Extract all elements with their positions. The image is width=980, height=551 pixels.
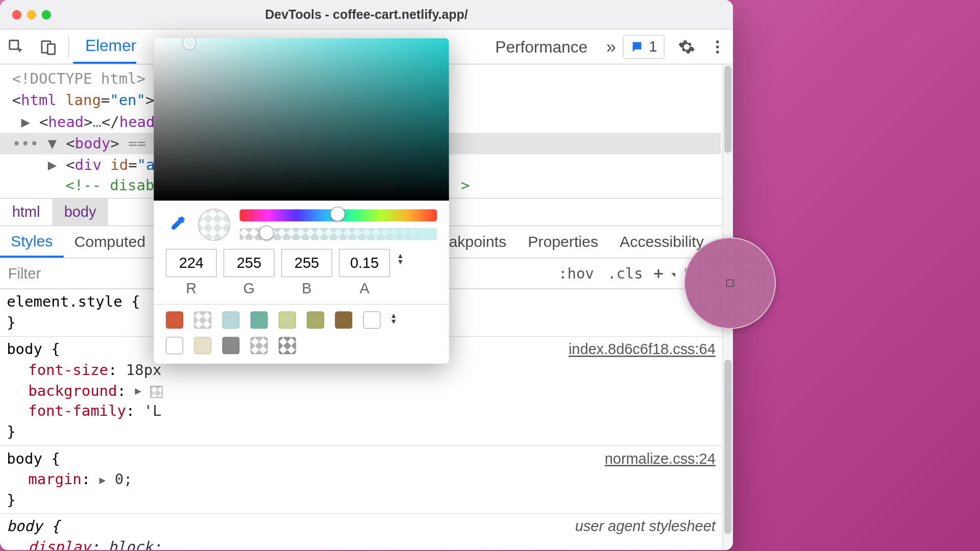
issues-badge[interactable]: 1	[623, 35, 665, 59]
swatch-palette: ▲▼	[154, 311, 449, 364]
source-link[interactable]: index.8d6c6f18.css:64	[569, 339, 716, 360]
device-toolbar-icon[interactable]	[32, 38, 64, 55]
devtools-window: DevTools - coffee-cart.netlify.app/ Elem…	[0, 0, 733, 550]
rgba-inputs: R G B A ▲▼	[154, 249, 449, 304]
scroll-thumb[interactable]	[724, 66, 731, 153]
color-picker-popover: R G B A ▲▼ ▲▼	[154, 38, 449, 364]
sv-cursor[interactable]	[183, 38, 195, 49]
swatch[interactable]	[335, 311, 352, 329]
source-label: user agent stylesheet	[575, 517, 716, 537]
tab-styles[interactable]: Styles	[0, 227, 63, 258]
swatch[interactable]	[363, 311, 380, 329]
svg-point-4	[716, 45, 719, 48]
alpha-thumb[interactable]	[259, 226, 274, 240]
panel-tabs: Elements	[73, 30, 136, 64]
svg-point-5	[716, 51, 719, 54]
swatch[interactable]	[279, 311, 296, 329]
color-swatch-icon[interactable]	[150, 386, 162, 398]
rule-normalize-css[interactable]: normalize.css:24 body { margin: ▶ 0; }	[0, 446, 722, 514]
svg-rect-0	[10, 40, 18, 49]
gutter-dots: •••	[12, 135, 39, 152]
swatch[interactable]	[194, 311, 211, 329]
more-menu-icon[interactable]	[702, 38, 732, 55]
magnifier-crosshair	[726, 280, 733, 287]
color-format-toggle[interactable]: ▲▼	[397, 249, 404, 265]
g-input[interactable]	[224, 249, 275, 277]
titlebar: DevTools - coffee-cart.netlify.app/	[0, 0, 733, 30]
a-input[interactable]	[339, 249, 390, 277]
swatch[interactable]	[166, 311, 183, 329]
swatch[interactable]	[250, 311, 267, 329]
current-color-swatch	[198, 209, 230, 241]
tab-performance[interactable]: Performance	[483, 37, 600, 56]
rule-user-agent[interactable]: user agent stylesheet body { display: bl…	[0, 514, 722, 550]
inspect-element-icon[interactable]	[0, 38, 32, 55]
source-link[interactable]: normalize.css:24	[605, 449, 716, 469]
swatch[interactable]	[307, 311, 324, 329]
alpha-slider[interactable]	[239, 228, 437, 240]
window-title: DevTools - coffee-cart.netlify.app/	[0, 7, 733, 22]
cls-toggle[interactable]: .cls	[601, 265, 650, 282]
hue-slider[interactable]	[239, 209, 437, 221]
tab-overflow-icon[interactable]: »	[600, 36, 623, 57]
issues-count: 1	[649, 38, 657, 55]
settings-icon[interactable]	[671, 38, 702, 55]
swatch[interactable]	[250, 337, 267, 354]
r-input[interactable]	[166, 249, 217, 277]
swatch[interactable]	[279, 337, 296, 354]
tab-elements[interactable]: Elements	[73, 30, 136, 64]
tab-breakpoints-partial[interactable]: akpoints	[438, 227, 517, 258]
eyedropper-icon[interactable]	[166, 213, 189, 236]
hov-toggle[interactable]: :hov	[552, 265, 601, 282]
b-input[interactable]	[281, 249, 332, 277]
hue-thumb[interactable]	[330, 207, 345, 221]
tab-properties[interactable]: Properties	[517, 227, 609, 258]
swatch[interactable]	[166, 337, 183, 354]
new-rule-button[interactable]	[650, 266, 677, 281]
saturation-value-field[interactable]	[154, 38, 449, 201]
crumb-html[interactable]: html	[0, 199, 52, 226]
svg-rect-2	[47, 44, 55, 54]
scroll-thumb[interactable]	[724, 360, 731, 534]
divider	[68, 36, 69, 57]
svg-point-3	[716, 40, 719, 43]
swatch[interactable]	[194, 337, 211, 354]
palette-toggle[interactable]: ▲▼	[390, 311, 397, 324]
swatch[interactable]	[222, 337, 239, 354]
swatch[interactable]	[222, 311, 239, 329]
crumb-body[interactable]: body	[52, 199, 108, 226]
tab-computed[interactable]: Computed	[63, 227, 156, 258]
eyedropper-magnifier[interactable]	[684, 237, 776, 329]
